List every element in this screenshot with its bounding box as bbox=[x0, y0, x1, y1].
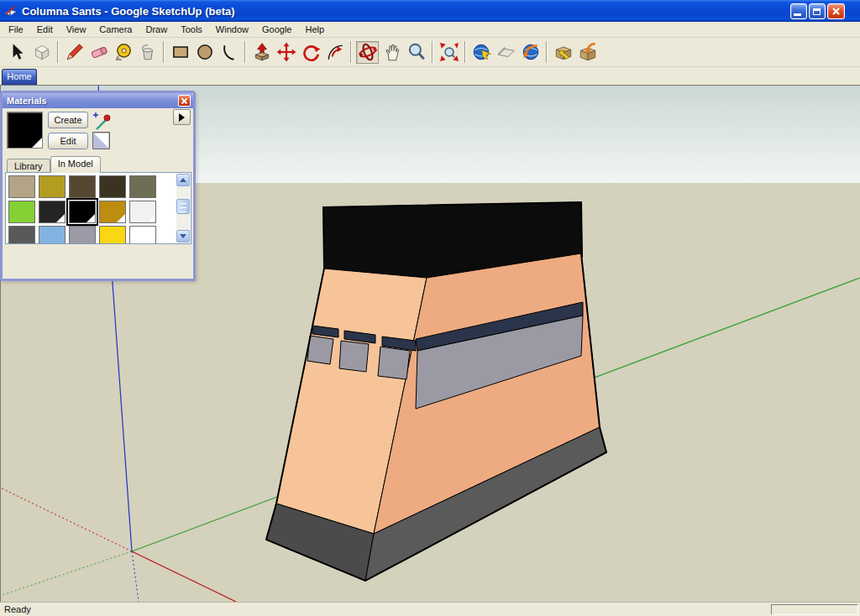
material-swatch-selected[interactable] bbox=[69, 201, 96, 223]
scene-tab-home[interactable]: Home bbox=[2, 69, 37, 85]
scene-tab-bar: Home bbox=[0, 67, 860, 85]
create-material-button[interactable]: Create bbox=[48, 112, 88, 128]
globe-yellow-arrow-icon bbox=[472, 42, 492, 62]
push-pull-tool-button[interactable] bbox=[250, 41, 273, 64]
menu-google[interactable]: Google bbox=[255, 23, 298, 36]
material-swatch[interactable] bbox=[39, 201, 66, 223]
close-button[interactable] bbox=[827, 3, 845, 19]
materials-dialog-titlebar[interactable]: Materials bbox=[3, 93, 193, 108]
place-model-button[interactable] bbox=[519, 41, 542, 64]
tape-measure-tool-button[interactable] bbox=[112, 41, 134, 64]
arc-tool-button[interactable] bbox=[218, 41, 240, 64]
down-arrow-icon bbox=[180, 234, 186, 238]
material-swatch[interactable] bbox=[69, 175, 96, 198]
material-swatch[interactable] bbox=[99, 175, 126, 198]
get-current-view-button[interactable] bbox=[470, 41, 493, 64]
toolbar-separator bbox=[350, 41, 352, 63]
zoom-tool-button[interactable] bbox=[405, 41, 427, 64]
sample-paint-eyedropper-icon[interactable] bbox=[91, 110, 113, 132]
move-icon bbox=[276, 42, 296, 62]
circle-tool-button[interactable] bbox=[193, 41, 216, 64]
measurements-box[interactable] bbox=[771, 604, 858, 615]
zoom-extents-button[interactable] bbox=[438, 41, 460, 64]
scroll-down-button[interactable] bbox=[176, 230, 190, 243]
status-message: Ready bbox=[4, 604, 31, 614]
material-swatch-list[interactable] bbox=[5, 172, 191, 244]
material-swatch[interactable] bbox=[8, 175, 35, 198]
window-title: Columna Sants - Google SketchUp (beta) bbox=[22, 5, 790, 18]
model-panel-small[interactable] bbox=[378, 347, 410, 379]
toolbar-separator bbox=[57, 41, 59, 63]
paint-bucket-tool-button[interactable] bbox=[136, 41, 159, 64]
orbit-tool-button[interactable] bbox=[356, 41, 379, 64]
material-swatch[interactable] bbox=[99, 226, 126, 244]
menu-file[interactable]: File bbox=[2, 23, 30, 36]
eraser-tool-button[interactable] bbox=[87, 41, 110, 64]
material-swatch[interactable] bbox=[39, 226, 66, 244]
offset-icon bbox=[325, 42, 345, 62]
model-panel-small[interactable] bbox=[307, 336, 333, 364]
title-bar: Columna Sants - Google SketchUp (beta) bbox=[0, 0, 860, 22]
in-use-corner-icon bbox=[87, 214, 95, 222]
in-use-corner-icon bbox=[56, 214, 65, 222]
minimize-button[interactable] bbox=[790, 3, 807, 19]
in-use-corner-icon bbox=[32, 138, 42, 148]
material-swatch[interactable] bbox=[39, 175, 66, 198]
component-box-icon bbox=[32, 42, 52, 62]
restore-button[interactable] bbox=[809, 3, 826, 19]
swatch-scrollbar[interactable] bbox=[176, 174, 190, 243]
arc-icon bbox=[219, 42, 239, 62]
eraser-icon bbox=[89, 42, 109, 62]
details-arrow-button[interactable] bbox=[173, 109, 191, 125]
status-bar: Ready bbox=[0, 602, 860, 616]
set-default-material-icon[interactable] bbox=[92, 132, 110, 149]
toolbar-separator bbox=[546, 41, 548, 63]
sketchup-app-icon bbox=[3, 4, 18, 18]
menu-tools[interactable]: Tools bbox=[174, 23, 209, 36]
material-swatch[interactable] bbox=[69, 226, 96, 244]
rotate-tool-button[interactable] bbox=[299, 41, 322, 64]
rectangle-tool-button[interactable] bbox=[169, 41, 191, 64]
make-component-button[interactable] bbox=[30, 41, 53, 64]
edit-material-button[interactable]: Edit bbox=[48, 133, 88, 149]
up-arrow-icon bbox=[180, 178, 186, 182]
menu-help[interactable]: Help bbox=[298, 23, 331, 36]
material-swatch[interactable] bbox=[8, 226, 35, 244]
menu-draw[interactable]: Draw bbox=[139, 23, 174, 36]
model-panel-small[interactable] bbox=[339, 341, 369, 372]
share-model-button[interactable] bbox=[576, 41, 599, 64]
line-tool-button[interactable] bbox=[63, 41, 86, 64]
materials-dialog-title: Materials bbox=[7, 96, 178, 106]
scroll-up-button[interactable] bbox=[176, 174, 190, 186]
material-swatch[interactable] bbox=[129, 226, 156, 244]
materials-dialog-body: Create Edit Library In Model bbox=[3, 108, 193, 278]
close-icon bbox=[831, 6, 842, 17]
magnifier-icon bbox=[406, 42, 427, 62]
menu-bar: File Edit View Camera Draw Tools Window … bbox=[0, 22, 860, 38]
orbit-icon bbox=[358, 42, 378, 62]
material-swatch[interactable] bbox=[129, 175, 156, 198]
menu-camera[interactable]: Camera bbox=[92, 23, 139, 36]
pencil-icon bbox=[65, 42, 85, 62]
pan-tool-button[interactable] bbox=[380, 41, 403, 64]
current-material-preview[interactable] bbox=[7, 112, 43, 149]
toolbar-separator bbox=[432, 41, 433, 63]
select-tool-button[interactable] bbox=[6, 41, 29, 64]
offset-tool-button[interactable] bbox=[323, 41, 346, 64]
pan-hand-icon bbox=[382, 42, 402, 62]
menu-edit[interactable]: Edit bbox=[30, 23, 60, 36]
box-arrow-out-icon bbox=[553, 42, 574, 62]
toolbar-separator bbox=[163, 41, 165, 63]
material-swatch[interactable] bbox=[99, 201, 126, 223]
move-tool-button[interactable] bbox=[275, 41, 297, 64]
toggle-terrain-button[interactable] bbox=[495, 41, 517, 64]
tab-library[interactable]: Library bbox=[7, 159, 50, 173]
get-models-button[interactable] bbox=[552, 41, 574, 64]
scrollbar-thumb[interactable] bbox=[176, 199, 190, 214]
material-swatch[interactable] bbox=[8, 201, 35, 223]
tab-in-model[interactable]: In Model bbox=[50, 156, 101, 173]
material-swatch[interactable] bbox=[129, 201, 156, 223]
menu-view[interactable]: View bbox=[60, 23, 93, 36]
materials-close-button[interactable] bbox=[178, 95, 191, 107]
menu-window[interactable]: Window bbox=[209, 23, 255, 36]
